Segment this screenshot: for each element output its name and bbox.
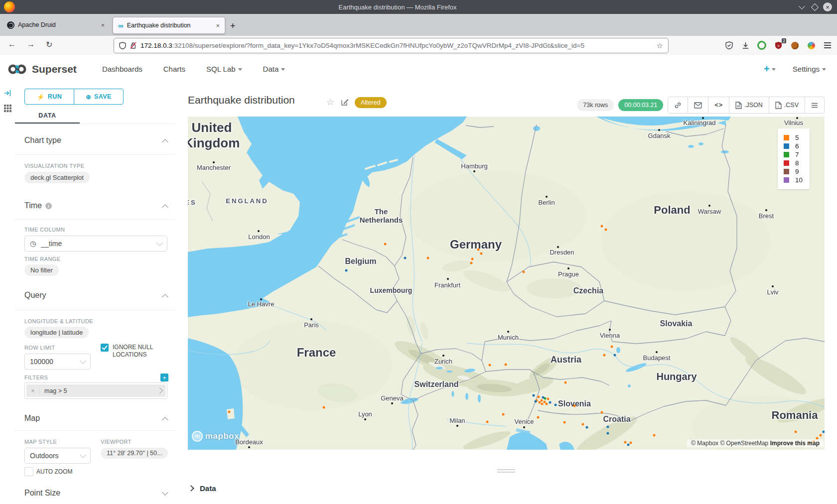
ublock-shield-icon[interactable]: u 2 [774, 41, 783, 50]
scatter-point [470, 262, 473, 264]
new-tab-button[interactable]: + [230, 21, 236, 31]
time-column-select[interactable]: ◷ __time [24, 236, 167, 252]
ignore-null-checkbox[interactable] [101, 344, 109, 352]
tracking-shield-icon[interactable] [119, 42, 126, 49]
city-dot [557, 246, 559, 248]
edit-title-icon[interactable] [341, 98, 349, 106]
map-style-select[interactable]: Outdoors [24, 448, 91, 464]
chevron-up-icon [162, 139, 168, 145]
email-button[interactable] [688, 97, 708, 113]
auto-zoom-checkbox[interactable] [24, 467, 33, 476]
control-panel: ⚡RUN ⊕SAVE DATA Chart type VISUALIZATION… [15, 83, 176, 504]
export-json-button[interactable]: .JSON [729, 97, 769, 113]
section-query[interactable]: Query [24, 291, 167, 300]
scatter-point [537, 416, 540, 419]
map-label: Lyon [358, 410, 372, 418]
favorite-star-icon[interactable]: ☆ [326, 97, 334, 108]
extension-green-icon[interactable] [757, 41, 766, 50]
run-button[interactable]: ⚡RUN [25, 89, 74, 104]
map-label: Milan [449, 417, 465, 424]
section-point-size[interactable]: Point Size [24, 489, 167, 498]
superset-logo[interactable]: Superset [7, 63, 77, 75]
panel-resize-handle[interactable] [497, 469, 515, 474]
menu-icon[interactable] [823, 41, 832, 50]
legend-swatch [784, 152, 789, 157]
scatter-point [630, 442, 632, 444]
scatter-point [603, 354, 606, 357]
reload-button[interactable]: ↻ [46, 40, 52, 49]
city-dot [702, 117, 704, 119]
window-minimize-button[interactable] [795, 2, 808, 12]
osm-attribution-link[interactable]: © OpenStreetMap [720, 440, 768, 447]
chevron-down-icon [80, 452, 86, 458]
scatter-point [582, 423, 584, 426]
url-bar[interactable]: 172.18.0.3:32108/superset/explore/?form_… [114, 38, 669, 53]
back-button[interactable]: ← [8, 40, 16, 49]
nav-item-data[interactable]: Data [263, 65, 285, 73]
new-chart-button[interactable]: + [764, 63, 776, 75]
caret-down-icon [822, 68, 826, 71]
viz-type-value[interactable]: deck.gl Scatterplot [24, 172, 90, 183]
city-dot [609, 329, 611, 331]
tab-label: Earthquake distribution [127, 22, 209, 29]
expand-filter-icon[interactable] [153, 388, 165, 393]
map-label: Luxembourg [370, 286, 413, 294]
more-options-button[interactable] [805, 97, 824, 113]
forward-button[interactable]: → [27, 40, 35, 49]
data-panel-toggle[interactable]: Data [189, 484, 216, 493]
window-maximize-button[interactable] [808, 2, 821, 12]
collapse-panel-icon[interactable] [4, 90, 11, 97]
viewport-value[interactable]: 11° 28' 29.70" | 50... [101, 448, 168, 459]
section-chart-type[interactable]: Chart type [24, 136, 167, 145]
section-map[interactable]: Map [24, 414, 167, 423]
remove-filter-icon[interactable]: × [26, 387, 40, 394]
map-label: Gdansk [648, 132, 671, 139]
city-dot [546, 196, 548, 198]
hamburger-icon [811, 103, 818, 108]
pinwheel-extension-icon[interactable] [807, 41, 816, 50]
improve-map-link[interactable]: Improve this map [770, 440, 820, 447]
downloads-icon[interactable] [741, 41, 750, 50]
altered-badge[interactable]: Altered [355, 97, 387, 108]
settings-menu[interactable]: Settings [793, 65, 826, 73]
mapbox-logo[interactable]: m mapbox [192, 431, 239, 442]
nav-item-sql-lab[interactable]: SQL Lab [206, 65, 242, 73]
city-dot [391, 402, 393, 404]
map-label: Zurich [434, 358, 452, 365]
tab-apache-druid[interactable]: Apache Druid × [2, 17, 110, 33]
lonlat-value[interactable]: longitude | latitude [24, 327, 89, 338]
legend-row: 10 [784, 176, 803, 184]
filter-chip[interactable]: × mag > 5 [26, 384, 165, 397]
city-dot [456, 425, 458, 427]
chevron-down-icon [80, 358, 86, 364]
copy-link-button[interactable] [668, 97, 688, 113]
deckgl-scatterplot-map[interactable]: United KingdomFranceGermanyPolandRomania… [188, 117, 825, 450]
cookie-extension-icon[interactable] [790, 41, 799, 50]
pocket-shield-icon[interactable] [724, 41, 733, 50]
add-filter-button[interactable]: + [160, 374, 168, 381]
window-close-button[interactable]: × [821, 2, 834, 12]
tab-close-icon[interactable]: × [216, 22, 220, 29]
time-range-value[interactable]: No filter [24, 264, 59, 276]
row-limit-select[interactable]: 100000 [24, 354, 91, 370]
save-button[interactable]: ⊕SAVE [74, 89, 123, 104]
export-csv-button[interactable]: x .CSV [769, 97, 805, 113]
tab-close-icon[interactable]: × [101, 21, 105, 29]
insecure-lock-icon[interactable] [130, 42, 137, 49]
query-timer-badge: 00:00:03.21 [618, 99, 663, 111]
embed-code-button[interactable]: <> [708, 97, 729, 113]
scatter-point [586, 426, 588, 429]
section-time[interactable]: Time i [24, 201, 167, 210]
code-icon: <> [714, 102, 723, 109]
nav-item-dashboards[interactable]: Dashboards [102, 65, 142, 73]
tab-data[interactable]: DATA [15, 112, 80, 119]
city-dot [213, 161, 215, 163]
mapbox-attribution-link[interactable]: © Mapbox [691, 440, 718, 447]
map-label: Slovakia [660, 319, 693, 328]
nav-item-charts[interactable]: Charts [163, 65, 185, 73]
scatter-point [611, 346, 613, 348]
bookmark-star-icon[interactable]: ☆ [657, 41, 663, 50]
tab-earthquake-distribution[interactable]: ∞ Earthquake distribution × [113, 17, 225, 34]
scatter-point [601, 411, 603, 414]
datasource-grid-icon[interactable] [3, 104, 12, 113]
